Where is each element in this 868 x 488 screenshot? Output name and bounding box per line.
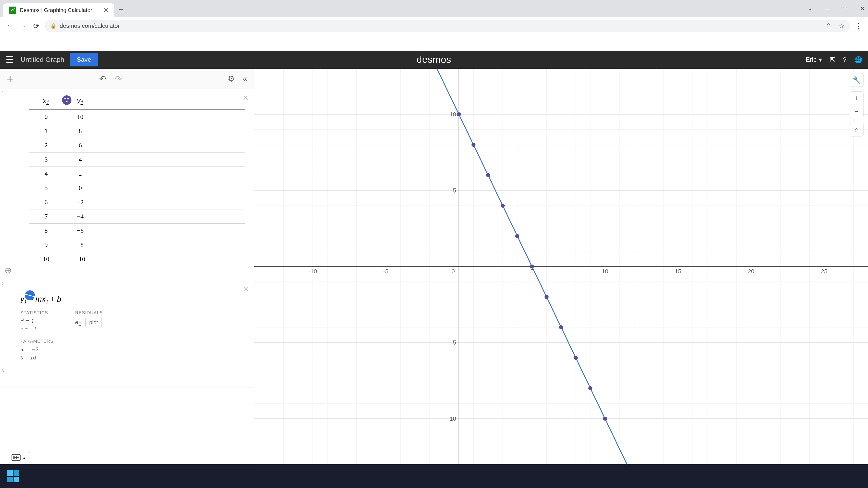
table-header-y[interactable]: y1 — [63, 94, 97, 109]
table-cell-y[interactable]: 8 — [63, 124, 97, 138]
browser-tab[interactable]: Desmos | Graphing Calculator ✕ — [3, 3, 114, 17]
expression-row-table[interactable]: 1 × x1 y1 01018263442506−27−48−69−810−10 — [0, 89, 254, 280]
plot-residuals-button[interactable]: plot — [86, 318, 102, 327]
parameters-label: PARAMETERS — [20, 339, 245, 344]
graph-canvas[interactable]: -10-50510152025-10-5510 🔧 + − ⌂ — [254, 69, 868, 464]
table-cell-x[interactable]: 3 — [29, 153, 63, 166]
table-row[interactable]: 010 — [29, 110, 245, 124]
expression-row-regression[interactable]: 2 × y1 ~ mx1 + b STATISTICS r2 = 1 r = −… — [0, 280, 254, 367]
expression-panel: + ↶ ↷ ⚙ « 1 × x1 — [0, 69, 254, 464]
collapse-panel-icon[interactable]: « — [243, 74, 247, 84]
table-header-x[interactable]: x1 — [29, 94, 63, 109]
svg-point-100 — [486, 173, 490, 177]
settings-gear-icon[interactable]: ⚙ — [228, 74, 235, 84]
table-cell-x[interactable]: 4 — [29, 167, 63, 181]
back-button[interactable]: ← — [4, 22, 14, 30]
keyboard-toggle[interactable]: ▴ — [7, 452, 30, 463]
table-cell-x[interactable]: 2 — [29, 138, 63, 152]
redo-button[interactable]: ↷ — [115, 74, 122, 84]
table-cell-y[interactable]: 0 — [63, 181, 97, 195]
table-cell-y[interactable]: 4 — [63, 153, 97, 166]
chevron-down-icon[interactable]: ⌄ — [808, 5, 812, 12]
reload-button[interactable]: ⟳ — [31, 22, 41, 30]
svg-text:15: 15 — [675, 268, 681, 275]
table-cell-y[interactable]: 10 — [63, 110, 97, 124]
svg-text:-10: -10 — [309, 268, 317, 275]
table-cell-y[interactable]: −10 — [63, 252, 97, 266]
user-name: Eric — [806, 56, 816, 63]
svg-text:-5: -5 — [383, 268, 388, 275]
table-cell-y[interactable]: −2 — [63, 195, 97, 209]
table-cell-y[interactable]: −6 — [63, 224, 97, 238]
table-row[interactable]: 34 — [29, 153, 245, 167]
share-icon[interactable]: ⇪ — [826, 22, 831, 30]
table-cell-x[interactable]: 0 — [29, 110, 63, 124]
table-cell-y[interactable]: 2 — [63, 167, 97, 181]
graph-title[interactable]: Untitled Graph — [21, 56, 64, 64]
bookmark-icon[interactable]: ☆ — [839, 22, 844, 30]
delete-row-icon[interactable]: × — [243, 92, 248, 103]
graph-settings-button[interactable]: 🔧 — [850, 73, 864, 87]
chevron-up-icon: ▴ — [23, 455, 25, 460]
help-icon[interactable]: ? — [843, 56, 846, 63]
minimize-icon[interactable]: ― — [825, 5, 830, 12]
table-row[interactable]: 42 — [29, 167, 245, 181]
svg-text:-10: -10 — [447, 415, 456, 422]
table-row[interactable]: 26 — [29, 138, 245, 153]
table-row[interactable]: 7−4 — [29, 209, 245, 224]
share-graph-icon[interactable]: ⇱ — [830, 56, 835, 64]
svg-point-104 — [545, 295, 549, 299]
add-expression-button[interactable]: + — [7, 72, 13, 86]
address-bar[interactable]: 🔒 desmos.com/calculator ⇪ ☆ — [44, 20, 850, 32]
delete-row-icon[interactable]: × — [243, 284, 248, 294]
table-cell-x[interactable]: 8 — [29, 224, 63, 238]
table-cell-x[interactable]: 7 — [29, 209, 63, 223]
zoom-in-button[interactable]: + — [850, 91, 864, 105]
svg-point-108 — [603, 417, 607, 421]
caret-down-icon: ▾ — [819, 56, 822, 64]
save-button[interactable]: Save — [70, 53, 98, 66]
new-tab-button[interactable]: + — [119, 5, 123, 14]
table-cell-y[interactable]: −8 — [63, 238, 97, 252]
table-cell-x[interactable]: 6 — [29, 195, 63, 209]
hamburger-icon[interactable]: ☰ — [6, 55, 14, 65]
svg-point-105 — [559, 325, 563, 329]
svg-point-101 — [501, 203, 505, 207]
start-button[interactable] — [7, 470, 19, 482]
svg-text:10: 10 — [602, 268, 608, 275]
table-cell-x[interactable]: 1 — [29, 124, 63, 138]
table-row[interactable]: 10−10 — [29, 252, 245, 266]
window-close-icon[interactable]: ✕ — [860, 5, 865, 12]
user-menu[interactable]: Eric ▾ — [806, 56, 822, 64]
menu-icon[interactable]: ⋮ — [854, 22, 864, 30]
zoom-out-button[interactable]: − — [850, 105, 864, 119]
table-cell-x[interactable]: 10 — [29, 252, 63, 266]
table-row[interactable]: 18 — [29, 124, 245, 138]
svg-point-106 — [574, 356, 578, 360]
table-cell-x[interactable]: 9 — [29, 238, 63, 252]
maximize-icon[interactable]: ▢ — [842, 5, 848, 12]
svg-text:20: 20 — [748, 268, 754, 275]
row-number: 2 — [2, 282, 4, 286]
regression-icon[interactable] — [25, 290, 35, 300]
tab-close-icon[interactable]: ✕ — [103, 6, 108, 14]
zoom-fit-icon[interactable]: ⊕ — [4, 265, 12, 275]
regression-formula[interactable]: y1 ~ mx1 + b — [20, 295, 245, 304]
table-cell-y[interactable]: −4 — [63, 209, 97, 223]
table-row[interactable]: 6−2 — [29, 195, 245, 209]
residuals-e1: e1 plot — [75, 318, 103, 327]
windows-taskbar[interactable] — [0, 464, 868, 488]
table-cell-x[interactable]: 5 — [29, 181, 63, 195]
language-icon[interactable]: 🌐 — [855, 56, 862, 64]
zoom-home-button[interactable]: ⌂ — [850, 123, 864, 136]
table-row[interactable]: 9−8 — [29, 238, 245, 252]
points-style-icon[interactable] — [62, 95, 71, 105]
table-row[interactable]: 50 — [29, 181, 245, 195]
undo-button[interactable]: ↶ — [99, 74, 106, 84]
forward-button[interactable]: → — [18, 22, 28, 30]
svg-text:10: 10 — [450, 111, 456, 118]
svg-point-98 — [457, 112, 461, 116]
table-row[interactable]: 8−6 — [29, 224, 245, 238]
table-cell-y[interactable]: 6 — [63, 138, 97, 152]
expression-row-empty[interactable]: 3 — [0, 367, 254, 387]
